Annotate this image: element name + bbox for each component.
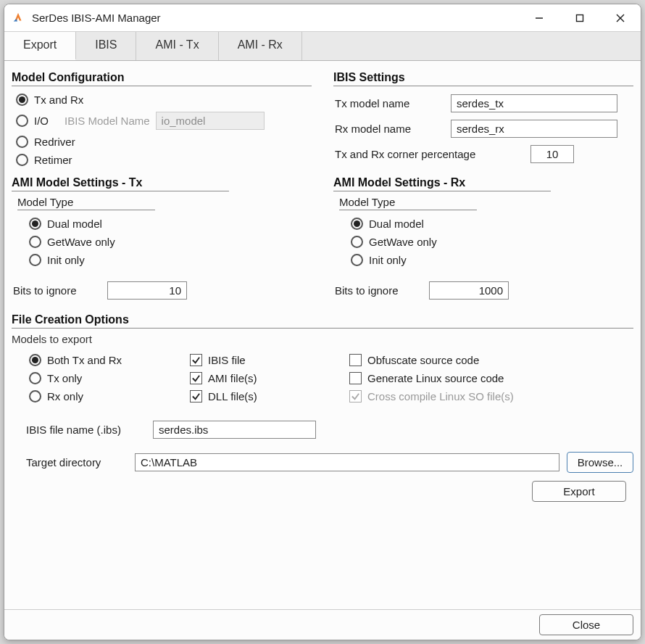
ibis-settings-section: IBIS Settings Tx model name Rx model nam… [333,67,633,169]
maximize-button[interactable] [559,4,600,31]
radio-icon [29,218,41,230]
model-configuration-section: Model Configuration Tx and Rx I/O IBIS M… [12,67,312,169]
checkbox-label: AMI file(s) [208,372,257,384]
tab-ami-rx[interactable]: AMI - Rx [219,32,302,60]
radio-icon [29,372,41,384]
content-area: Model Configuration Tx and Rx I/O IBIS M… [4,61,641,609]
radio-icon [351,218,363,230]
close-button[interactable]: Close [539,614,633,635]
checkbox-icon [190,390,202,402]
radio-label: Redriver [34,136,75,148]
ami-rx-init-option[interactable]: Init only [333,251,633,269]
ami-rx-getwave-option[interactable]: GetWave only [333,233,633,251]
radio-label: Init only [47,254,85,266]
rx-model-name-label: Rx model name [335,123,444,135]
radio-icon [29,236,41,248]
browse-button[interactable]: Browse... [567,452,633,473]
tx-model-name-input[interactable] [451,94,617,112]
model-config-txrx-option[interactable]: Tx and Rx [12,91,312,109]
ibis-model-name-label: IBIS Model Name [64,115,150,127]
checkbox-icon [349,390,362,402]
radio-icon [29,354,41,366]
ami-rx-model-type-label: Model Type [339,196,633,208]
radio-label: Both Tx and Rx [47,354,122,366]
radio-label: I/O [34,115,49,127]
checkbox-icon [190,372,202,384]
export-button[interactable]: Export [532,481,626,502]
radio-icon [351,254,363,266]
tab-export[interactable]: Export [4,32,76,60]
checkbox-label: DLL file(s) [208,390,257,402]
ami-files-checkbox[interactable]: AMI file(s) [186,369,338,387]
radio-label: Init only [369,254,407,266]
ibis-settings-heading: IBIS Settings [333,71,633,84]
tab-ami-tx[interactable]: AMI - Tx [136,32,218,60]
radio-icon [29,390,41,402]
checkbox-icon [349,372,362,384]
checkbox-label: Obfuscate source code [367,354,479,366]
cross-compile-checkbox: Cross compile Linux SO file(s) [345,387,633,405]
file-creation-section: File Creation Options Models to export B… [12,313,633,506]
window-controls [519,4,641,31]
checkbox-icon [190,354,202,366]
radio-label: Tx and Rx [34,94,83,106]
dll-files-checkbox[interactable]: DLL file(s) [186,387,338,405]
export-rx-only-option[interactable]: Rx only [12,387,178,405]
radio-icon [16,94,28,106]
ami-rx-section: AMI Model Settings - Rx Model Type Dual … [333,172,633,303]
export-both-option[interactable]: Both Tx and Rx [12,351,178,369]
target-directory-input[interactable] [135,453,559,471]
obfuscate-checkbox[interactable]: Obfuscate source code [345,351,633,369]
radio-icon [29,254,41,266]
close-window-button[interactable] [600,4,641,31]
corner-pct-label: Tx and Rx corner percentage [335,148,523,160]
ami-tx-model-type-label: Model Type [17,196,312,208]
ami-rx-heading: AMI Model Settings - Rx [333,176,633,189]
ibis-model-name-input [156,112,265,130]
radio-label: Dual model [47,218,102,230]
radio-label: Retimer [34,154,72,166]
radio-label: Rx only [47,390,83,402]
models-to-export-label: Models to export [12,333,633,345]
checkbox-label: Generate Linux source code [367,372,504,384]
ibis-file-name-label: IBIS file name (.ibs) [26,424,146,436]
radio-icon [16,154,28,166]
radio-label: GetWave only [47,236,115,248]
matlab-icon [12,12,25,25]
rx-model-name-input[interactable] [451,120,617,138]
ami-tx-section: AMI Model Settings - Tx Model Type Dual … [12,172,312,303]
checkbox-icon [349,354,362,366]
ibis-file-checkbox[interactable]: IBIS file [186,351,338,369]
ami-rx-bits-input[interactable] [429,281,509,300]
minimize-button[interactable] [519,4,559,31]
tab-ibis[interactable]: IBIS [76,32,136,60]
ibis-file-name-input[interactable] [153,421,316,439]
ami-rx-dual-option[interactable]: Dual model [333,215,633,233]
titlebar: SerDes IBIS-AMI Manager [4,4,641,32]
ami-rx-bits-label: Bits to ignore [335,284,422,297]
checkbox-label: IBIS file [208,354,246,366]
radio-label: GetWave only [369,236,437,248]
window-title: SerDes IBIS-AMI Manager [32,12,519,24]
checkbox-label: Cross compile Linux SO file(s) [367,390,514,402]
target-directory-label: Target directory [26,456,128,468]
export-tx-only-option[interactable]: Tx only [12,369,178,387]
model-config-redriver-option[interactable]: Redriver [12,133,312,151]
tabstrip: Export IBIS AMI - Tx AMI - Rx [4,32,641,61]
gen-linux-checkbox[interactable]: Generate Linux source code [345,369,633,387]
radio-label: Tx only [47,372,82,384]
ami-tx-bits-input[interactable] [107,281,187,300]
radio-icon [16,115,28,127]
file-creation-heading: File Creation Options [12,313,633,326]
ami-tx-dual-option[interactable]: Dual model [12,215,312,233]
corner-pct-input[interactable] [530,145,574,163]
ami-tx-init-option[interactable]: Init only [12,251,312,269]
tx-model-name-label: Tx model name [335,97,444,110]
model-config-heading: Model Configuration [12,71,312,84]
ami-tx-getwave-option[interactable]: GetWave only [12,233,312,251]
ami-tx-heading: AMI Model Settings - Tx [12,176,312,189]
ami-tx-bits-label: Bits to ignore [13,284,100,297]
model-config-retimer-option[interactable]: Retimer [12,151,312,169]
radio-label: Dual model [369,218,424,230]
model-config-io-option[interactable]: I/O IBIS Model Name [12,109,312,133]
